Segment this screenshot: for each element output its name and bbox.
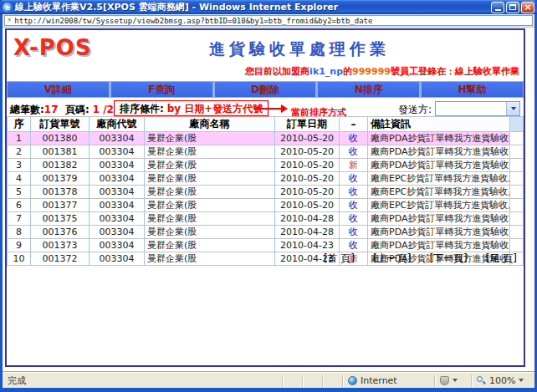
- cell-order-no: 001382: [31, 159, 90, 172]
- cell-extra: [510, 172, 524, 186]
- cell-vendor-name: 曼群企業(股: [145, 132, 275, 145]
- cell-vendor-code: 003304: [90, 212, 145, 226]
- cell-order-date: 2010-05-20: [275, 159, 340, 172]
- last-page-link[interactable]: [尾 頁]: [486, 252, 517, 266]
- table-row[interactable]: 7 001375 003304 曼群企業(股 2010-04-28 收 廠商PD…: [8, 212, 524, 226]
- cell-seq: 1: [8, 132, 31, 145]
- table-row[interactable]: 2 001381 003304 曼群企業(股 2010-05-20 收 廠商PD…: [8, 145, 524, 159]
- minimize-button[interactable]: [491, 2, 504, 13]
- table-row[interactable]: 3 001382 003304 曼群企業(股 2010-05-20 新 廠商PD…: [8, 159, 524, 172]
- cell-remark: 廠商PDA抄貨訂單轉我方進貨驗收,訂單號：001376: [368, 226, 510, 239]
- cell-vendor-code: 003304: [90, 159, 145, 172]
- sender-label: 發送方:: [398, 103, 432, 117]
- status-panel-empty-2: [302, 374, 322, 387]
- header-vendor-name[interactable]: 廠商名稱: [145, 117, 275, 132]
- page-number: 頁碼: 1 /2: [65, 103, 114, 117]
- zoom-control[interactable]: 100%: [471, 374, 534, 387]
- cell-order-date: 2010-05-20: [275, 172, 340, 186]
- chevron-down-icon: [519, 379, 524, 382]
- header-order-date[interactable]: 訂單日期: [275, 117, 340, 132]
- sender-select-value: [436, 102, 506, 115]
- login-text-prefix: 您目前以加盟商: [245, 66, 309, 77]
- cell-extra: [510, 199, 524, 212]
- cell-seq: 5: [8, 186, 31, 199]
- table-row[interactable]: 6 001377 003304 曼群企業(股 2010-05-20 收 廠商EP…: [8, 199, 524, 212]
- maximize-icon: [509, 4, 516, 10]
- magnifier-icon: [477, 376, 486, 385]
- globe-icon: [348, 376, 357, 385]
- header-vendor-code[interactable]: 廠商代號: [90, 117, 145, 132]
- status-text: 完成: [3, 374, 282, 387]
- cell-vendor-code: 003304: [90, 252, 145, 266]
- next-page-link[interactable]: [下一頁]: [429, 252, 467, 266]
- protected-mode-icon: [440, 376, 449, 385]
- first-page-link[interactable]: [首 頁]: [324, 252, 355, 266]
- table-row[interactable]: 4 001379 003304 曼群企業(股 2010-05-20 收 廠商EP…: [8, 172, 524, 186]
- cell-remark: 廠商PDA抄貨訂單轉我方進貨驗收,訂單號：001375: [368, 212, 510, 226]
- page-icon: ⚡: [7, 17, 12, 24]
- close-button[interactable]: ×: [521, 2, 534, 13]
- cell-status: 收: [340, 212, 368, 226]
- page-frame: X-POS 進貨驗收單處理作業 您目前以加盟商ik1_np的999999號員工登…: [5, 28, 525, 367]
- cell-order-no: 001381: [31, 145, 90, 159]
- table-body: 1 001380 003304 曼群企業(股 2010-05-20 收 廠商PD…: [8, 132, 524, 266]
- login-text-suffix: 號員工登錄在：線上驗收單作業: [391, 66, 519, 77]
- cell-vendor-name: 曼群企業(股: [145, 239, 275, 252]
- cell-order-date: 2010-04-23: [275, 239, 340, 252]
- cell-extra: [510, 239, 524, 252]
- login-info: 您目前以加盟商ik1_np的999999號員工登錄在：線上驗收單作業: [245, 65, 519, 78]
- cell-seq: 8: [8, 226, 31, 239]
- header-remark[interactable]: 備註資訊: [368, 117, 510, 132]
- cell-seq: 9: [8, 239, 31, 252]
- header-seq[interactable]: 序: [8, 117, 31, 132]
- url-input[interactable]: ⚡ http://win2008/tw/Syssetup/viewb2bmsg.…: [4, 15, 533, 26]
- cell-extra: [510, 145, 524, 159]
- chevron-down-icon: [453, 379, 458, 382]
- table-row[interactable]: 8 001376 003304 曼群企業(股 2010-04-28 收 廠商PD…: [8, 226, 524, 239]
- cell-vendor-code: 003304: [90, 239, 145, 252]
- title-bar[interactable]: e 線上驗收單作業V2.5[XPOS 雲端商務網] - Windows Inte…: [0, 0, 537, 14]
- cell-status: 收: [340, 172, 368, 186]
- toolbar-button[interactable]: D刪除: [214, 81, 318, 98]
- cell-vendor-name: 曼群企業(股: [145, 172, 275, 186]
- toolbar-button[interactable]: F查詢: [110, 81, 214, 98]
- table-row[interactable]: 9 001373 003304 曼群企業(股 2010-04-23 收 廠商PD…: [8, 239, 524, 252]
- login-employee-id: 999999: [352, 66, 391, 77]
- browser-viewport: X-POS 進貨驗收單處理作業 您目前以加盟商ik1_np的999999號員工登…: [3, 28, 534, 367]
- header-order-no[interactable]: 訂貨單號: [31, 117, 90, 132]
- cell-extra: [510, 226, 524, 239]
- toolbar-button[interactable]: H幫助: [421, 81, 524, 98]
- cell-status: 收: [340, 226, 368, 239]
- cell-status: 收: [340, 132, 368, 145]
- cell-vendor-name: 曼群企業(股: [145, 145, 275, 159]
- window-controls: ×: [491, 2, 534, 13]
- cell-remark: 廠商PDA抄貨訂單轉我方進貨驗收,訂單號：001382: [368, 159, 510, 172]
- maximize-button[interactable]: [506, 2, 519, 13]
- cell-order-no: 001378: [31, 186, 90, 199]
- status-bar: 完成 Internet 100%: [3, 372, 534, 388]
- sender-select[interactable]: [435, 101, 520, 116]
- security-zone-panel: Internet: [342, 374, 434, 387]
- sort-arrow-line: [254, 108, 281, 109]
- protected-mode-panel[interactable]: [434, 374, 471, 387]
- zoom-level: 100%: [489, 375, 515, 386]
- header-extra: [510, 117, 524, 132]
- toolbar-button[interactable]: N排序: [317, 81, 421, 98]
- chevron-down-icon[interactable]: [506, 102, 519, 115]
- login-franchisee-id: ik1_np: [309, 66, 343, 77]
- cell-vendor-code: 003304: [90, 172, 145, 186]
- cell-vendor-code: 003304: [90, 186, 145, 199]
- table-row[interactable]: 1 001380 003304 曼群企業(股 2010-05-20 收 廠商PD…: [8, 132, 524, 145]
- cell-vendor-name: 曼群企業(股: [145, 159, 275, 172]
- cell-seq: 6: [8, 199, 31, 212]
- cell-remark: 廠商PDA抄貨訂單轉我方進貨驗收,訂單號：001381: [368, 145, 510, 159]
- header-status[interactable]: –: [340, 117, 368, 132]
- cell-order-no: 001373: [31, 239, 90, 252]
- cell-order-date: 2010-04-28: [275, 226, 340, 239]
- cell-order-no: 001379: [31, 172, 90, 186]
- table-row[interactable]: 5 001378 003304 曼群企業(股 2010-05-20 收 廠商EP…: [8, 186, 524, 199]
- prev-page-link[interactable]: [上一頁]: [373, 252, 411, 266]
- cell-seq: 2: [8, 145, 31, 159]
- toolbar-button[interactable]: V詳細: [7, 81, 110, 98]
- cell-vendor-code: 003304: [90, 145, 145, 159]
